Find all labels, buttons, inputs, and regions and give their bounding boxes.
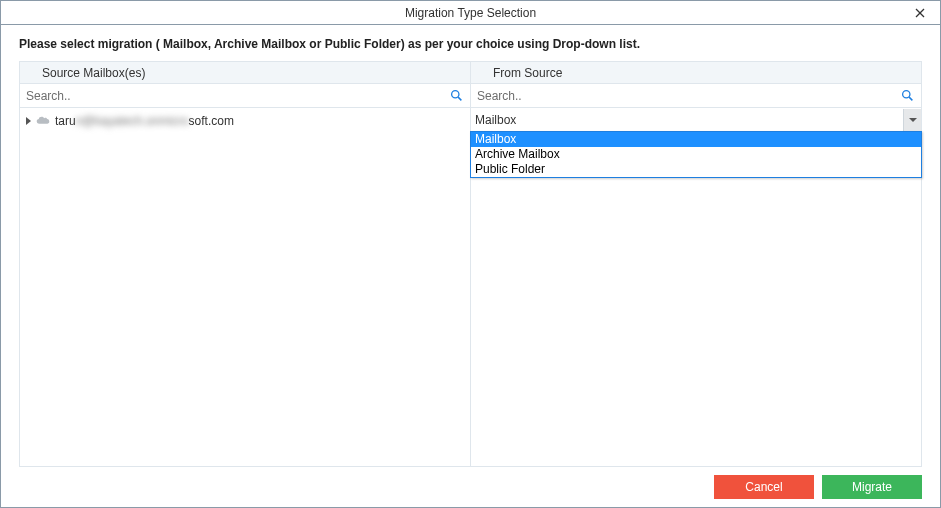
source-search-input[interactable]: [24, 87, 448, 105]
content-area: Source Mailbox(es) tarun@k: [1, 61, 940, 467]
dialog-footer: Cancel Migrate: [1, 467, 940, 507]
dropdown-option-mailbox[interactable]: Mailbox: [471, 132, 921, 147]
search-icon[interactable]: [899, 88, 915, 104]
dialog-title: Migration Type Selection: [405, 6, 536, 20]
dropdown-selected-value: Mailbox: [471, 113, 903, 127]
cancel-button[interactable]: Cancel: [714, 475, 814, 499]
source-tree: tarun@kayatech.onmicrosoft.com: [20, 108, 470, 134]
mailbox-address: tarun@kayatech.onmicrosoft.com: [55, 114, 234, 128]
svg-point-4: [902, 91, 909, 98]
dropdown-toggle-button[interactable]: [903, 109, 921, 131]
dropdown-option-archive-mailbox[interactable]: Archive Mailbox: [471, 147, 921, 162]
instruction-text: Please select migration ( Mailbox, Archi…: [1, 25, 940, 61]
svg-line-3: [458, 97, 461, 100]
migration-type-dropdown[interactable]: Mailbox Mailbox Archive Mailbox Public F…: [471, 108, 921, 132]
close-button[interactable]: [906, 1, 934, 24]
source-search-row: [20, 84, 470, 108]
from-source-panel: From Source Mailbox Mailbox Archive Ma: [471, 61, 922, 467]
search-icon[interactable]: [448, 88, 464, 104]
dropdown-list: Mailbox Archive Mailbox Public Folder: [470, 131, 922, 178]
from-source-header: From Source: [471, 62, 921, 84]
svg-line-5: [909, 97, 912, 100]
close-icon: [915, 8, 925, 18]
svg-point-2: [451, 91, 458, 98]
dropdown-option-public-folder[interactable]: Public Folder: [471, 162, 921, 177]
migrate-button[interactable]: Migrate: [822, 475, 922, 499]
source-panel-header: Source Mailbox(es): [20, 62, 470, 84]
dialog-window: Migration Type Selection Please select m…: [0, 0, 941, 508]
expand-caret-icon: [26, 117, 31, 125]
from-source-search-row: [471, 84, 921, 108]
cloud-icon: [36, 116, 50, 126]
source-mailbox-panel: Source Mailbox(es) tarun@k: [19, 61, 471, 467]
tree-item-mailbox[interactable]: tarun@kayatech.onmicrosoft.com: [26, 112, 464, 130]
from-source-search-input[interactable]: [475, 87, 899, 105]
titlebar: Migration Type Selection: [1, 1, 940, 25]
chevron-down-icon: [909, 118, 917, 122]
